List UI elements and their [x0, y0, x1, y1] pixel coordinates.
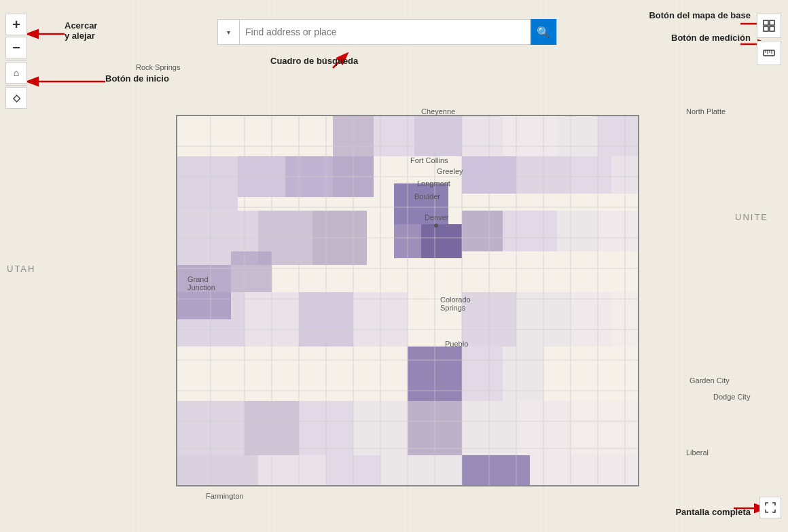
basemap-button[interactable] — [757, 14, 781, 38]
svg-rect-101 — [764, 50, 774, 56]
svg-rect-19 — [571, 156, 611, 194]
basemap-icon — [763, 20, 775, 32]
svg-rect-56 — [374, 116, 414, 156]
measure-icon — [763, 47, 775, 59]
svg-rect-39 — [462, 347, 503, 401]
svg-rect-26 — [557, 211, 598, 251]
search-dropdown-button[interactable]: ▾ — [218, 20, 240, 44]
chevron-down-icon: ▾ — [227, 29, 230, 36]
svg-rect-57 — [414, 116, 462, 156]
svg-rect-50 — [258, 455, 326, 486]
svg-rect-25 — [503, 211, 557, 251]
compass-button[interactable]: ◇ — [5, 87, 27, 109]
svg-rect-49 — [177, 455, 258, 486]
search-icon: 🔍 — [537, 26, 550, 39]
map-container: Rock Springs Cheyenne North Platte Fort … — [0, 0, 788, 532]
search-button[interactable]: 🔍 — [531, 19, 556, 45]
svg-rect-16 — [177, 156, 238, 211]
svg-rect-100 — [770, 26, 774, 31]
svg-rect-27 — [598, 211, 639, 251]
svg-rect-40 — [503, 347, 543, 401]
svg-point-90 — [434, 224, 438, 228]
svg-rect-11 — [421, 224, 462, 258]
measure-button[interactable] — [757, 41, 781, 65]
zoom-in-button[interactable]: + — [5, 14, 27, 35]
svg-rect-54 — [530, 455, 639, 486]
svg-rect-10 — [394, 183, 448, 224]
svg-rect-59 — [503, 116, 557, 156]
zoom-out-button[interactable]: − — [5, 37, 27, 58]
svg-rect-99 — [764, 26, 768, 31]
right-toolbar — [757, 14, 781, 65]
svg-rect-24 — [462, 211, 503, 251]
svg-rect-37 — [231, 251, 272, 292]
svg-rect-36 — [177, 265, 231, 319]
svg-rect-98 — [770, 20, 774, 25]
search-container: ▾ 🔍 — [217, 19, 557, 45]
fullscreen-icon — [765, 502, 776, 513]
fullscreen-button[interactable] — [759, 497, 781, 518]
svg-rect-52 — [380, 455, 462, 486]
toolbar-divider — [5, 60, 27, 60]
toolbar-divider-2 — [5, 85, 27, 86]
svg-rect-53 — [462, 455, 530, 486]
svg-rect-48 — [571, 401, 639, 455]
home-button[interactable]: ⌂ — [5, 62, 27, 84]
search-input[interactable] — [240, 26, 531, 37]
svg-rect-60 — [557, 116, 598, 156]
svg-rect-34 — [571, 292, 611, 347]
left-toolbar: + − ⌂ ◇ — [5, 14, 27, 109]
svg-rect-61 — [598, 116, 639, 156]
svg-rect-58 — [462, 116, 503, 156]
svg-rect-97 — [764, 20, 768, 25]
